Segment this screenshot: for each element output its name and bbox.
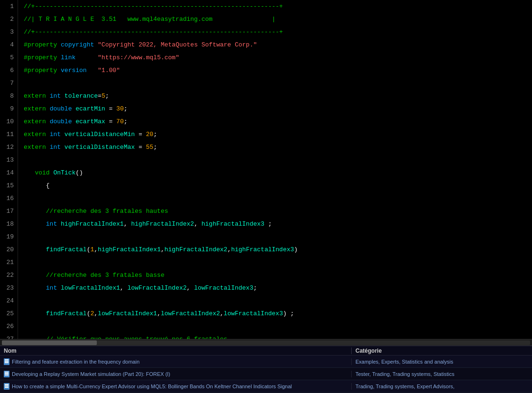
token: ;: [268, 220, 272, 228]
token: [135, 131, 139, 138]
row-nom-text: How to create a simple Multi-Currency Ex…: [12, 384, 292, 389]
token: [24, 182, 46, 189]
code-line: extern int verticalDistanceMin = 20;: [24, 128, 532, 141]
token: lowFractalIndex3: [224, 310, 283, 317]
token: [24, 336, 46, 339]
code-line: #property link "https://www.mql5.com": [24, 51, 532, 64]
token: {: [46, 182, 50, 189]
token: double: [50, 118, 72, 125]
token: 70: [116, 118, 124, 125]
token: [142, 131, 146, 138]
horizontal-scrollbar[interactable]: [0, 339, 532, 346]
col-nom-header: Nom: [0, 347, 352, 354]
token: extern: [24, 118, 46, 125]
token: [24, 272, 46, 279]
token: //+-------------------------------------…: [24, 3, 283, 10]
line-number: 7: [4, 77, 14, 90]
row-nom: Filtering and feature extraction in the …: [0, 358, 352, 365]
token: (): [75, 169, 83, 176]
code-line: extern int verticalDistanceMax = 55;: [24, 141, 532, 154]
token: 55: [146, 144, 154, 151]
token: copyright: [61, 41, 94, 48]
line-numbers: 1234567891011121314151617181920212223242…: [0, 0, 18, 339]
token: [57, 41, 61, 48]
col-cat-header: Catégorie: [352, 347, 532, 354]
token: lowFractalIndex1: [61, 284, 120, 292]
token: double: [50, 105, 72, 112]
code-line: //recherche des 3 fratales hautes: [24, 205, 532, 218]
list-item[interactable]: Developing a Replay System Market simula…: [0, 368, 532, 380]
token: //recherche des 3 fratales hautes: [46, 208, 168, 215]
token: findFractal: [46, 246, 87, 253]
code-line: void OnTick(): [24, 166, 532, 179]
token: OnTick: [53, 169, 75, 176]
line-number: 2: [4, 13, 14, 26]
token: tolerance: [65, 92, 98, 100]
row-nom: How to create a simple Multi-Currency Ex…: [0, 383, 352, 390]
bottom-rows: Filtering and feature extraction in the …: [0, 356, 532, 393]
token: ecartMin: [75, 105, 105, 112]
code-lines[interactable]: //+-------------------------------------…: [18, 0, 532, 339]
line-number: 15: [4, 179, 14, 192]
line-number: 19: [4, 230, 14, 243]
list-item[interactable]: How to create a simple Multi-Currency Ex…: [0, 380, 532, 393]
token: lowFractalIndex1: [98, 310, 157, 317]
token: highFractalIndex3: [202, 220, 265, 228]
token: [61, 131, 65, 138]
token: #property: [24, 41, 57, 48]
code-editor: 1234567891011121314151617181920212223242…: [0, 0, 532, 346]
code-line: [24, 154, 532, 166]
token: [61, 144, 65, 151]
token: link: [61, 54, 75, 61]
token: 20: [146, 131, 154, 138]
code-line: {: [24, 179, 532, 192]
token: extern: [24, 92, 46, 100]
line-number: 9: [4, 102, 14, 115]
token: lowFractalIndex2: [161, 310, 220, 317]
token: [112, 118, 116, 125]
token: ,: [227, 246, 231, 253]
token: ) ;: [283, 310, 294, 317]
token: ,: [157, 310, 161, 317]
code-container: 1234567891011121314151617181920212223242…: [0, 0, 532, 339]
token: void: [35, 169, 49, 176]
token: [46, 131, 50, 138]
token: [75, 54, 98, 61]
line-number: 4: [4, 38, 14, 51]
code-line: [24, 294, 532, 307]
token: int: [50, 92, 61, 100]
code-line: [24, 192, 532, 205]
line-number: 1: [4, 0, 14, 13]
token: [112, 105, 116, 112]
token: [24, 284, 46, 292]
line-number: 14: [4, 166, 14, 179]
token: ;: [105, 92, 109, 100]
token: #property: [24, 67, 57, 74]
list-item[interactable]: Filtering and feature extraction in the …: [0, 356, 532, 368]
token: [57, 284, 61, 292]
code-line: // Vérifier que nous avons trouvé nos 6 …: [24, 333, 532, 339]
token: ,: [187, 284, 194, 292]
token: highFractalIndex1: [98, 246, 161, 253]
token: int: [50, 144, 61, 151]
token: [24, 310, 46, 317]
scrollbar-thumb[interactable]: [2, 340, 97, 345]
line-number: 11: [4, 128, 14, 141]
token: 30: [116, 105, 124, 112]
token: ,: [161, 246, 165, 253]
code-line: int highFractalIndex1, highFractalIndex2…: [24, 218, 532, 230]
token: ,: [94, 310, 98, 317]
line-number: 12: [4, 141, 14, 154]
code-line: //+-------------------------------------…: [24, 26, 532, 38]
row-cat: Trading, Trading systems, Expert Advisor…: [352, 384, 532, 389]
token: [57, 220, 61, 228]
token: // Vérifier que nous avons trouvé nos 6 …: [46, 336, 227, 339]
token: [264, 220, 268, 228]
code-line: [24, 320, 532, 333]
line-number: 8: [4, 90, 14, 102]
line-number: 20: [4, 243, 14, 256]
token: int: [46, 284, 57, 292]
token: [142, 144, 146, 151]
token: ,: [120, 284, 128, 292]
scrollbar-track: [2, 340, 530, 345]
